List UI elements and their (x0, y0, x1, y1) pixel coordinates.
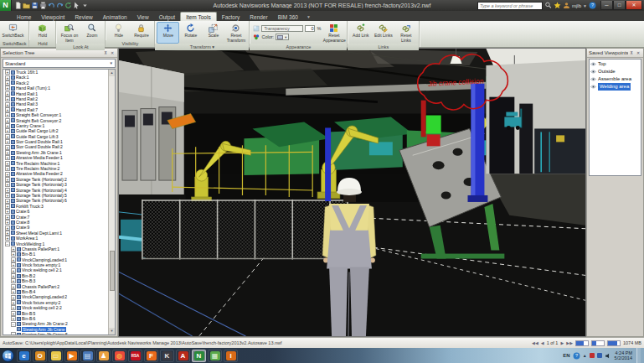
move-button[interactable]: Move (157, 22, 179, 44)
search-icon[interactable] (544, 2, 552, 9)
application-menu-button[interactable]: N (0, 0, 12, 11)
select-icon[interactable] (73, 2, 80, 9)
expand-icon[interactable]: + (5, 123, 10, 128)
tab-animation[interactable]: Animation (98, 13, 132, 21)
scroll-up-icon[interactable]: ▲ (109, 70, 115, 76)
tree-mode-dropdown[interactable]: Standard ▼ (3, 59, 116, 68)
color-picker-dropdown[interactable]: ▼ (276, 34, 289, 40)
viewpoint-label[interactable]: Welding area (598, 83, 631, 91)
tray-app-icon[interactable] (590, 353, 595, 358)
expand-icon[interactable]: + (11, 289, 16, 294)
expand-icon[interactable]: + (5, 236, 10, 241)
star-icon[interactable] (554, 2, 561, 9)
help-icon[interactable]: ? (589, 2, 596, 9)
ribbon-minimize-icon[interactable]: ▼ (307, 14, 311, 21)
last-sheet-icon[interactable]: ▶▶ (566, 340, 573, 345)
expand-icon[interactable]: + (5, 70, 10, 75)
search-input[interactable] (477, 2, 543, 10)
contact-app-icon[interactable]: ♟ (96, 350, 111, 362)
close-panel-icon[interactable]: ✕ (109, 49, 116, 56)
tree-scrollbar[interactable]: ▲ ▼ (108, 70, 115, 334)
autocad-icon[interactable]: A (176, 350, 190, 362)
expand-icon[interactable]: + (5, 182, 10, 187)
tray-network-icon[interactable] (597, 353, 602, 358)
file-explorer-icon[interactable]: ▭ (49, 350, 63, 362)
expand-icon[interactable]: + (5, 188, 10, 193)
viewpoint-item[interactable]: Outside (590, 68, 641, 75)
tree-row[interactable]: +Slewing Arm Jib Crane:5 (3, 332, 115, 335)
caret-down-icon[interactable] (81, 2, 89, 9)
pin-icon[interactable]: ⊼ (102, 49, 109, 56)
edit-links-button[interactable]: Edit Links (372, 22, 394, 44)
expand-icon[interactable]: + (11, 273, 16, 278)
pin-icon[interactable]: ⊼ (628, 49, 635, 56)
minimize-button[interactable]: ─ (600, 1, 613, 10)
help-bubble-icon[interactable]: ? (573, 352, 580, 360)
expand-icon[interactable]: + (11, 300, 16, 305)
tab-factory[interactable]: Factory (217, 13, 245, 21)
expand-icon[interactable]: + (5, 193, 10, 198)
rsa-icon[interactable]: RSA (128, 350, 142, 362)
firefox-icon[interactable]: F (144, 350, 158, 362)
expand-icon[interactable]: + (11, 278, 16, 283)
inventor-icon[interactable]: I (224, 350, 238, 362)
expand-icon[interactable]: + (5, 172, 10, 177)
expand-icon[interactable]: + (5, 155, 10, 160)
sketch-app-icon[interactable]: ▦ (208, 350, 222, 362)
viewpoint-item[interactable]: Top (590, 60, 641, 68)
transparency-slider[interactable]: Transparency (261, 25, 303, 32)
tab-bim-360[interactable]: BIM 360 (273, 13, 303, 21)
expand-icon[interactable]: + (11, 252, 16, 257)
tray-expand-icon[interactable]: ▲ (583, 353, 587, 358)
refresh-icon[interactable] (64, 2, 72, 9)
viewpoint-item[interactable]: Welding area (590, 83, 641, 91)
collapse-icon[interactable]: − (5, 241, 10, 246)
expand-icon[interactable]: + (5, 91, 10, 96)
expand-icon[interactable]: + (5, 150, 10, 155)
expand-icon[interactable]: + (11, 284, 16, 289)
expand-icon[interactable]: + (5, 86, 10, 91)
expand-icon[interactable]: + (5, 139, 10, 144)
expand-icon[interactable]: + (5, 226, 10, 231)
expand-icon[interactable]: + (5, 112, 10, 117)
next-sheet-icon[interactable]: ▶ (560, 340, 564, 345)
expand-icon[interactable]: + (5, 118, 10, 123)
reset-appearance-button[interactable]: Reset Appearance (322, 22, 345, 44)
k-app-icon[interactable]: K (160, 350, 174, 362)
viewpoint-label[interactable]: Assemble area (598, 75, 631, 83)
expand-icon[interactable]: + (5, 220, 10, 225)
taskbar-clock[interactable]: 4:24 PM 5/2/2014 (615, 350, 632, 360)
tree-item-label[interactable]: Slewing Arm Jib Crane:5 (22, 332, 68, 335)
scale-button[interactable]: Scale (202, 22, 224, 44)
expand-icon[interactable]: + (5, 102, 10, 107)
expand-icon[interactable]: + (5, 161, 10, 166)
expand-icon[interactable]: + (5, 75, 10, 80)
tab-home[interactable]: Home (12, 13, 36, 21)
hide-button[interactable]: Hide (107, 22, 130, 40)
expand-icon[interactable]: + (11, 316, 16, 321)
signed-in-user[interactable]: mjlb (572, 3, 581, 8)
close-panel-icon[interactable]: ✕ (635, 49, 641, 56)
reset-transform-button[interactable]: Reset Transform (224, 22, 247, 44)
expand-icon[interactable]: + (11, 295, 16, 300)
expand-icon[interactable]: + (5, 107, 10, 112)
viewpoint-item[interactable]: Assemble area (590, 75, 641, 83)
tab-item-tools[interactable]: Item Tools (180, 12, 217, 21)
expand-icon[interactable]: + (5, 96, 10, 101)
add-link-button[interactable]: Add Link (349, 22, 372, 44)
language-indicator[interactable]: EN (563, 353, 569, 358)
close-button[interactable]: ✕ (626, 1, 642, 10)
blueprint-app-icon[interactable]: ▤ (80, 350, 95, 362)
previous-sheet-icon[interactable]: ◀ (541, 340, 544, 345)
expand-icon[interactable]: + (5, 204, 10, 209)
redo-icon[interactable] (56, 2, 64, 9)
save-icon[interactable] (31, 2, 39, 9)
expand-icon[interactable]: + (5, 128, 10, 133)
tab-viewpoint[interactable]: Viewpoint (36, 13, 70, 21)
first-sheet-icon[interactable]: ◀◀ (532, 340, 538, 345)
expand-icon[interactable]: + (5, 80, 10, 86)
scroll-thumb[interactable] (110, 251, 115, 291)
expand-icon[interactable]: + (5, 177, 10, 182)
collapse-icon[interactable]: − (11, 322, 16, 327)
expand-icon[interactable]: + (5, 145, 10, 150)
